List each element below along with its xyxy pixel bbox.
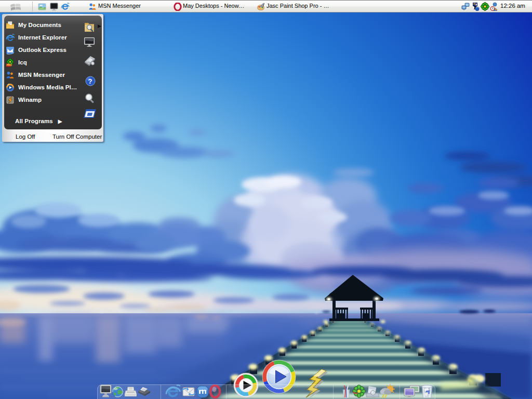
svg-text:PRO: PRO (7, 64, 12, 66)
svg-text:?: ? (88, 77, 92, 85)
